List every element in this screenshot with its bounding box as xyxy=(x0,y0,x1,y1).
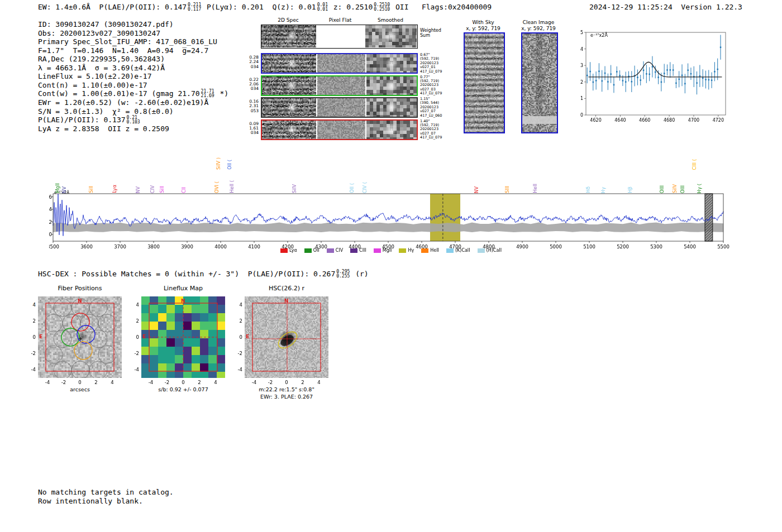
compass-north-label: N xyxy=(181,298,185,304)
uncertainty-low: 0.01 xyxy=(317,7,328,12)
legend-label: Hγ xyxy=(408,248,414,253)
fiber-weight-value: 053 xyxy=(245,109,259,113)
emission-line-label: HeII xyxy=(532,151,539,193)
emission-line-label-text: OVI ( xyxy=(214,181,220,193)
compass-east-label: E xyxy=(246,334,249,339)
axis-tick-label: -2 xyxy=(128,351,139,356)
legend-item: Hγ xyxy=(399,248,414,253)
emission-line-label-text: CII xyxy=(181,187,187,193)
axis-tick-label: 0 xyxy=(231,334,242,340)
fit-plot-ylabel: e⁻¹⁷x2Å xyxy=(590,33,608,38)
emission-line-label: MgII xyxy=(55,151,61,193)
fiber-row-details: 0.77"(592, 719)20200123v027_03417_LU_079 xyxy=(420,75,457,96)
legend-swatch xyxy=(374,248,381,253)
text-run: EW: 1.4±0.6Å P(LAE)/P(OII): 0.147 xyxy=(38,3,187,11)
info-line: Obs: 20200123v027_3090130247 xyxy=(38,29,228,38)
emission-line-label: SiIV xyxy=(292,151,298,193)
emission-line-label: SiIV xyxy=(672,151,679,193)
legend-item: (K)CaII xyxy=(446,248,470,253)
cutout-title-lineflux-map: Lineflux Map xyxy=(141,285,225,292)
fiber-2d-row xyxy=(261,75,418,96)
cutout-caption-arcsecs: arcsecs xyxy=(38,386,122,392)
emission-line-label-text: NV xyxy=(61,186,67,193)
clean-title: Clean Image xyxy=(513,20,564,25)
emission-line-label-text: SIII xyxy=(504,186,510,193)
cutout-title-fiber-positions: Fiber Positions xyxy=(38,285,122,292)
emission-line-label-text: NV xyxy=(474,186,479,193)
emission-line-label: SiIV ) xyxy=(216,127,222,170)
weighted-sum-label: Weighted Sum xyxy=(420,28,447,38)
axis-tick-label: 4 xyxy=(128,302,139,308)
emission-line-label: Lyα xyxy=(112,151,118,193)
axis-tick-label: 2 xyxy=(91,380,101,385)
cutout-caption-sb: s/b: 0.92 +/- 0.077 xyxy=(141,386,225,392)
fiber-2d-row xyxy=(261,53,418,74)
text-run: P(Lyα): 0.201 Q(z): 0.01 xyxy=(202,3,316,11)
legend-swatch xyxy=(421,248,428,253)
2d-spec-strip xyxy=(262,76,316,95)
axis-tick-label: 4 xyxy=(107,380,117,385)
clean-image xyxy=(521,32,558,133)
pixel-flat-strip xyxy=(317,121,365,139)
axis-tick-label: -4 xyxy=(42,380,53,385)
axis-tick-label: 2 xyxy=(194,380,204,385)
legend-item: CIV xyxy=(327,248,343,253)
axis-tick-label: 0 xyxy=(178,380,188,385)
legend-label: HeII xyxy=(430,248,439,253)
emission-line-label: SiII xyxy=(159,151,166,193)
axis-tick-label: 0 xyxy=(75,380,85,385)
pixel-flat-strip xyxy=(317,76,365,95)
fiber-weight-value: 034 xyxy=(245,131,259,135)
axis-tick-label: -2 xyxy=(25,351,36,356)
legend-swatch xyxy=(446,248,454,253)
fiber-2d-row xyxy=(261,119,418,140)
fiber-row-details: 1.15"(390, 544)20200123v027_07417_LU_060 xyxy=(420,97,457,118)
info-line: F=1.7" T=0.146 N̅=1.40 A=0.94 g̅=24.7 xyxy=(38,46,228,55)
withsky-title: With Sky xyxy=(461,20,506,25)
emission-line-label-text: CIV xyxy=(150,185,155,193)
pixel-flat-strip xyxy=(317,54,365,73)
emission-line-label: Hβ xyxy=(627,151,634,193)
fiber-positions-image xyxy=(38,296,122,378)
col-header-smoothed: Smoothed xyxy=(365,17,416,23)
fiber-row-weights: 0.091.61034 xyxy=(245,122,259,136)
legend-label: OII xyxy=(313,248,320,253)
legend-swatch xyxy=(399,248,406,253)
emission-line-label-text: Hγ xyxy=(600,187,606,193)
emission-line-label-text: Hγ ( xyxy=(697,184,702,193)
cutout-caption-hsc-mag: m:22.2 re:1.5" s:0.8" xyxy=(239,386,334,392)
info-line: Cont(n) = 1.10(±0.00)e-17 xyxy=(38,81,228,90)
emission-line-label: Hγ xyxy=(600,151,607,193)
text-run: RA,Dec (219.229935,50.362843) xyxy=(38,55,165,63)
stacked-uncertainty: 0.210.103 xyxy=(127,116,140,124)
axis-tick-label: -4 xyxy=(128,367,139,372)
emission-line-label-text: HeII ( xyxy=(229,180,235,193)
elixer-report-page: EW: 1.4±0.6Å P(LAE)/P(OII): 0.1470.2110.… xyxy=(0,0,782,532)
emission-line-label-text: OII ( xyxy=(349,183,355,193)
fiber-detail-line: 417_LU_079 xyxy=(420,136,457,140)
fiber-detail-line: 417_LU_079 xyxy=(420,70,457,74)
info-line: ID: 3090130247 (3090130247.pdf) xyxy=(38,20,228,29)
smoothed-strip xyxy=(366,76,417,95)
uncertainty-low: 0.2510 xyxy=(374,7,390,12)
axis-tick-label: 4 xyxy=(211,380,221,385)
legend-label: (K)CaII xyxy=(455,248,470,253)
hsc-r-image xyxy=(245,296,328,378)
info-line: P(LAE)/P(OII): 0.1370.210.103 xyxy=(38,116,228,124)
axis-tick-label: -4 xyxy=(146,380,156,385)
pixel-flat-strip xyxy=(317,98,365,117)
fiber-detail-line: 417_LU_060 xyxy=(420,114,457,118)
legend-item: Lyα xyxy=(280,248,297,253)
header-datetime-version: 2024-12-29 11:25:24 Version 1.22.3 xyxy=(589,3,742,12)
hsc-match-line: HSC-DEX : Possible Matches = 0 (within +… xyxy=(38,270,369,279)
emission-line-label-text: Lyα xyxy=(112,185,117,193)
col-header-2dspec: 2D Spec xyxy=(261,17,316,23)
compass-east-label: E xyxy=(39,334,42,339)
axis-tick-label: 4 xyxy=(231,302,242,308)
smoothed-strip xyxy=(365,25,417,47)
text-run: F=1.7" T=0.146 N̅=1.40 A=0.94 g̅=24.7 xyxy=(38,46,208,55)
text-run: Cont(w) = 1.00(±0.01)e-17 (gmag 21.70 xyxy=(38,89,200,98)
legend-item: OII xyxy=(304,248,320,253)
emission-line-label-text: CIV ( xyxy=(362,182,368,193)
spectrum-legend: LyαOIICIVCIIIMgIIHγHeII(K)CaII(H)CaII xyxy=(240,248,542,253)
